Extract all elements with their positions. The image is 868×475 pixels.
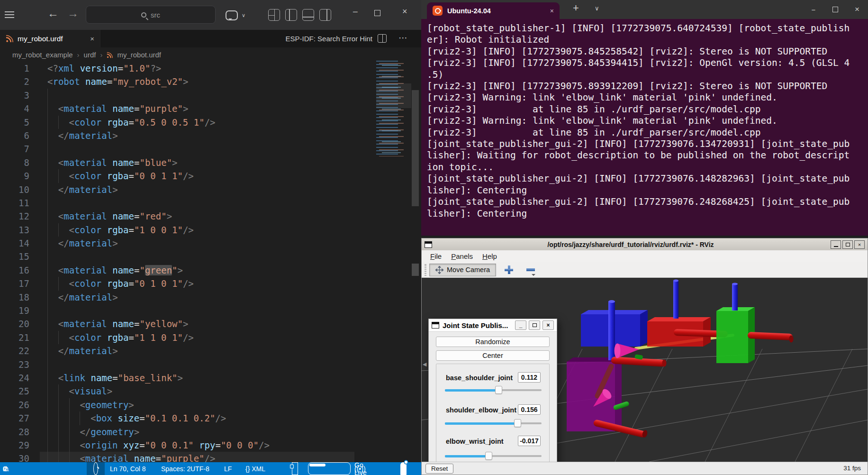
tab-my-robot-urdf[interactable]: my_robot.urdf ×	[0, 30, 100, 47]
tab-dropdown-icon[interactable]: ∨	[595, 5, 599, 12]
code-line[interactable]: 5<color rgba="0.5 0 0.5 1"/>	[0, 116, 421, 129]
joint-slider-shoulder_elbow_joint[interactable]	[445, 419, 542, 428]
code-line[interactable]: 7	[0, 142, 421, 155]
copilot-button[interactable]: ∨	[226, 8, 250, 22]
jsp-titlebar[interactable]: Joint State Publis... _ ×	[429, 319, 557, 332]
window-maximize-button[interactable]	[374, 10, 380, 16]
esp-idf-hint[interactable]: ESP-IDF: Search Error Hint	[286, 30, 372, 47]
slider-handle[interactable]	[514, 419, 521, 427]
code-line[interactable]: 14</material>	[0, 237, 421, 250]
terminal-minimize-button[interactable]: −	[803, 0, 824, 19]
minimap-slider[interactable]	[376, 83, 411, 108]
rviz-maximize-button[interactable]	[842, 240, 853, 249]
toolbar-drag-handle[interactable]	[425, 264, 426, 276]
add-tool-icon[interactable]	[505, 265, 513, 274]
code-line[interactable]: 29<origin xyz="0 0 0.1" rpy="0 0 0"/>	[0, 438, 421, 452]
menu-panels[interactable]: Panels	[446, 252, 478, 260]
code-line[interactable]: 2<robot name="my_robot_v2">	[0, 75, 421, 88]
rviz-titlebar[interactable]: /opt/ros/jazzy/share/urdf_tutorial/rviz/…	[422, 238, 868, 250]
code-line[interactable]: 12<material name="red">	[0, 210, 421, 223]
code-line[interactable]: 3	[0, 89, 421, 102]
rviz-close-button[interactable]: ×	[854, 240, 865, 249]
editor-scrollbar[interactable]	[412, 90, 419, 206]
code-line[interactable]: 4<material name="purple">	[0, 102, 421, 115]
split-editor-icon[interactable]	[378, 34, 387, 43]
code-line[interactable]: 28</geometry>	[0, 425, 421, 438]
toggle-panel-icon[interactable]	[302, 9, 314, 21]
back-arrow-icon[interactable]: ←	[47, 7, 59, 20]
code-line[interactable]: 26<geometry>	[0, 398, 421, 411]
collapse-displays-arrow[interactable]: ◀	[423, 361, 426, 367]
vscode-search-box[interactable]: src	[86, 6, 216, 24]
terminal-close-button[interactable]: ×	[846, 0, 868, 19]
code-line[interactable]: 15	[0, 250, 421, 263]
code-line[interactable]: 11	[0, 196, 421, 210]
eol-setting[interactable]: LF	[224, 462, 232, 475]
breadcrumb-item[interactable]: urdf	[84, 51, 96, 59]
joint-value-base_shoulder_joint[interactable]: 0.112	[518, 372, 541, 383]
code-line[interactable]: 13<color rgba="1 0 0 1"/>	[0, 223, 421, 237]
language-mode[interactable]: {} XML	[245, 462, 265, 475]
code-line[interactable]: 8<material name="blue">	[0, 156, 421, 169]
code-line[interactable]: 18</material>	[0, 291, 421, 304]
joint-value-shoulder_elbow_joint[interactable]: 0.156	[518, 404, 541, 415]
slider-handle[interactable]	[495, 386, 502, 394]
window-close-button[interactable]: ×	[402, 7, 407, 17]
code-line[interactable]: 6</material>	[0, 129, 421, 142]
hamburger-menu-icon[interactable]	[5, 11, 14, 18]
code-token: =	[134, 319, 139, 329]
terminal-maximize-button[interactable]	[824, 0, 846, 19]
more-actions-icon[interactable]: ⋯	[398, 32, 407, 43]
breadcrumb-item[interactable]: my_robot_example	[12, 51, 73, 59]
breadcrumb-item[interactable]: my_robot.urdf	[117, 51, 161, 59]
code-line[interactable]: 23	[0, 358, 421, 371]
menu-help[interactable]: Help	[478, 252, 502, 260]
move-camera-button[interactable]: Move Camera	[429, 264, 496, 276]
code-token: material	[69, 238, 113, 248]
jsp-maximize-button[interactable]	[529, 320, 540, 330]
reset-button[interactable]: Reset	[425, 464, 453, 474]
toggle-sidebar-icon[interactable]	[285, 9, 297, 21]
code-line[interactable]: 10</material>	[0, 183, 421, 196]
code-line[interactable]: 19	[0, 304, 421, 317]
terminal-tab-ubuntu[interactable]: Ubuntu-24.04 ×	[427, 2, 560, 19]
code-token: xyz	[123, 440, 139, 450]
code-line[interactable]: 24<link name="base_link">	[0, 371, 421, 384]
window-minimize-button[interactable]: −	[353, 7, 358, 18]
jsp-close-button[interactable]: ×	[542, 320, 554, 330]
joint-value-elbow_wrist_joint[interactable]: -0.017	[518, 436, 541, 446]
minimap[interactable]	[376, 61, 411, 156]
code-line[interactable]: 17<color rgba="0 1 0 1"/>	[0, 277, 421, 290]
tab-close-icon[interactable]: ×	[90, 35, 94, 43]
code-line[interactable]: 21<color rgba="1 1 0 1"/>	[0, 331, 421, 344]
rviz-minimize-button[interactable]	[831, 240, 841, 249]
toggle-secondary-sidebar-icon[interactable]	[319, 9, 331, 21]
code-line[interactable]: 1<?xml version="1.0"?>	[0, 62, 421, 75]
code-line[interactable]: 16<material name="green">	[0, 264, 421, 277]
code-line[interactable]: 22</material>	[0, 344, 421, 357]
new-tab-button[interactable]: +	[573, 2, 579, 14]
cursor-position[interactable]: Ln 70, Col 8	[110, 462, 146, 475]
menu-file[interactable]: File	[425, 252, 446, 260]
code-line[interactable]: 20<material name="yellow">	[0, 317, 421, 330]
encoding-setting[interactable]: UTF-8	[190, 462, 209, 475]
terminal-tab-close-icon[interactable]: ×	[550, 7, 554, 15]
terminal-output[interactable]: [robot_state_publisher-1] [INFO] [177273…	[421, 19, 868, 236]
search-status-item[interactable]	[87, 462, 105, 475]
code-line[interactable]: 9<color rgba="0 0 1 1"/>	[0, 169, 421, 183]
code-line[interactable]: 25<visual>	[0, 384, 421, 398]
code-line[interactable]: 27<box size="0.1 0.1 0.2"/>	[0, 411, 421, 425]
slider-handle[interactable]	[485, 452, 492, 460]
randomize-button[interactable]: Randomize	[436, 337, 550, 347]
center-button[interactable]: Center	[436, 350, 550, 361]
indentation-setting[interactable]: Spaces: 2	[161, 462, 190, 475]
forward-arrow-icon[interactable]: →	[67, 7, 79, 20]
remove-tool-icon[interactable]	[526, 268, 535, 271]
code-editor[interactable]: 1<?xml version="1.0"?>2<robot name="my_r…	[0, 62, 421, 462]
joint-slider-base_shoulder_joint[interactable]	[445, 386, 542, 394]
rviz-3d-viewport[interactable]: ◀ Joint State Publis... _ × Randomize Ce…	[422, 278, 868, 462]
code-token: <	[80, 400, 85, 410]
customize-layout-icon[interactable]	[268, 9, 280, 21]
jsp-minimize-button[interactable]: _	[515, 320, 526, 330]
joint-slider-elbow_wrist_joint[interactable]	[445, 452, 542, 460]
